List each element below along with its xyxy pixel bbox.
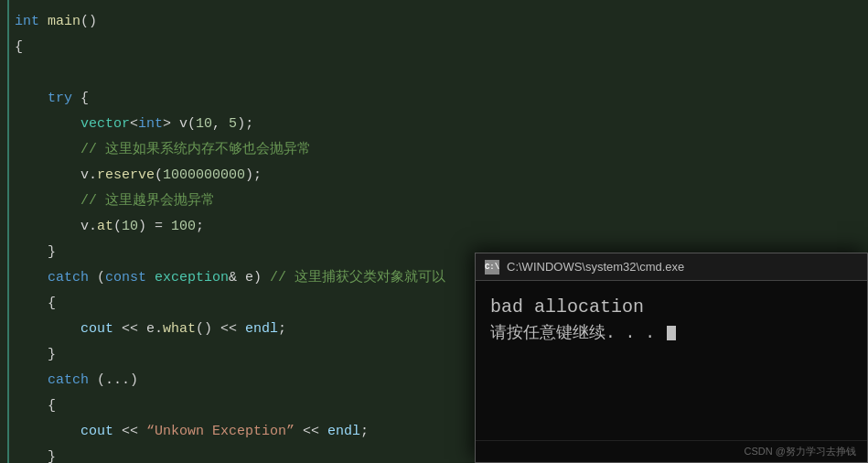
cmd-line2-text: 请按任意键继续. . . xyxy=(490,324,665,342)
code-line: // 这里越界会抛异常 xyxy=(0,188,868,214)
code-token: { xyxy=(15,296,56,311)
code-token: ( xyxy=(113,219,122,234)
code-token: endl xyxy=(245,321,278,337)
code-token: // 这里捕获父类对象就可以 xyxy=(270,270,445,285)
code-token: at xyxy=(97,219,113,234)
code-token: 10 xyxy=(196,116,212,132)
code-token: 10 xyxy=(122,219,138,234)
cmd-body: bad allocation 请按任意键继续. . . xyxy=(476,281,867,440)
code-token: ( xyxy=(155,167,163,183)
code-token: ) = xyxy=(138,219,171,234)
code-token xyxy=(15,372,48,388)
code-token: ( xyxy=(89,270,105,285)
code-token xyxy=(39,14,48,29)
code-token: } xyxy=(15,347,56,362)
code-token: ); xyxy=(245,167,262,183)
code-token: ; xyxy=(196,219,204,234)
code-token: “Unkown Exception” xyxy=(146,424,295,439)
code-token: ; xyxy=(278,321,286,337)
code-token: 1000000000 xyxy=(163,167,245,183)
code-token: // 这里如果系统内存不够也会抛异常 xyxy=(15,142,311,157)
code-line: // 这里如果系统内存不够也会抛异常 xyxy=(0,137,868,163)
code-token: main xyxy=(48,14,80,29)
cmd-icon: C:\ xyxy=(485,260,499,275)
code-token: endl xyxy=(327,424,360,439)
code-token xyxy=(15,167,80,183)
code-token xyxy=(15,270,48,285)
code-line: v.reserve(1000000000); xyxy=(0,163,868,188)
cmd-line1: bad allocation xyxy=(490,294,852,321)
code-token: << xyxy=(113,424,146,439)
code-token: what xyxy=(163,321,196,337)
code-token: (...) xyxy=(89,372,138,388)
code-token: } xyxy=(15,244,56,260)
code-token: () << xyxy=(196,321,245,337)
code-token: const xyxy=(105,270,146,285)
cmd-terminal: C:\ C:\WINDOWS\system32\cmd.exe bad allo… xyxy=(475,253,868,463)
code-token xyxy=(15,116,80,132)
code-line: int main() xyxy=(0,9,868,35)
code-token: v. xyxy=(80,167,97,183)
code-token: { xyxy=(15,39,23,55)
code-token: 100 xyxy=(171,219,196,234)
code-token: , xyxy=(212,116,229,132)
cursor xyxy=(667,326,676,340)
code-token xyxy=(15,321,80,337)
code-token: < xyxy=(130,116,138,132)
code-token: vector xyxy=(80,116,130,132)
cmd-titlebar: C:\ C:\WINDOWS\system32\cmd.exe xyxy=(476,253,867,281)
code-token: << xyxy=(113,321,146,337)
code-token: cout xyxy=(80,424,113,439)
code-token xyxy=(15,91,48,106)
code-token: 5 xyxy=(229,116,237,132)
code-token: > v( xyxy=(163,116,196,132)
cmd-title: C:\WINDOWS\system32\cmd.exe xyxy=(507,260,684,274)
code-token: ); xyxy=(237,116,253,132)
code-token: exception xyxy=(155,270,229,285)
code-token: int xyxy=(15,14,39,29)
code-token: & e) xyxy=(229,270,270,285)
code-token: try xyxy=(48,91,72,106)
code-token: reserve xyxy=(97,167,155,183)
code-token: e. xyxy=(146,321,163,337)
code-token: () xyxy=(80,14,97,29)
code-token: } xyxy=(15,449,56,463)
cmd-line2: 请按任意键继续. . . xyxy=(490,321,852,346)
gutter-line xyxy=(7,0,9,463)
code-token: { xyxy=(15,398,56,414)
code-token xyxy=(15,219,80,234)
code-token: // 这里越界会抛异常 xyxy=(15,193,215,209)
code-token: { xyxy=(72,91,89,106)
code-token: catch xyxy=(48,270,89,285)
code-token: ; xyxy=(360,424,369,439)
code-token: << xyxy=(295,424,327,439)
code-token: v. xyxy=(80,219,97,234)
cmd-footer: CSDN @努力学习去挣钱 xyxy=(476,440,867,462)
code-line: try { xyxy=(0,86,868,112)
code-token: cout xyxy=(80,321,113,337)
code-token xyxy=(15,424,80,439)
code-line: { xyxy=(0,35,868,60)
code-line: v.at(10) = 100; xyxy=(0,214,868,240)
code-line: vector<int> v(10, 5); xyxy=(0,112,868,137)
code-line xyxy=(0,60,868,86)
code-token: catch xyxy=(48,372,89,388)
code-token: int xyxy=(138,116,163,132)
code-token xyxy=(146,270,155,285)
code-editor: int main(){ try { vector<int> v(10, 5); … xyxy=(0,0,868,463)
